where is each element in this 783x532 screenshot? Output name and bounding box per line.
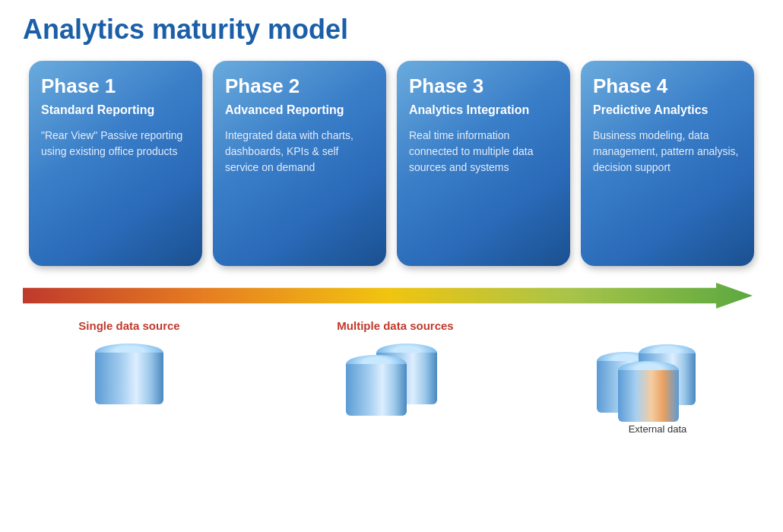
single-cylinder [95,344,163,404]
phase-4-number: Phase 4 [593,74,742,98]
multiple-source-group: Multiple data sources [224,319,566,435]
single-source-label: Single data source [78,319,179,332]
double-cylinder [346,344,445,412]
phases-container: Phase 1 Standard Reporting "Rear View" P… [0,53,783,274]
cyl-front-main [618,361,679,422]
phase-2-number: Phase 2 [225,74,374,98]
phase-4-desc: Business modeling, data management, patt… [593,128,742,176]
phase-2-name: Advanced Reporting [225,103,374,119]
cyl-body-single [95,353,163,404]
phase-card-1: Phase 1 Standard Reporting "Rear View" P… [29,61,202,266]
phase-card-3: Phase 3 Analytics Integration Real time … [397,61,570,266]
arrow-section [0,274,783,315]
external-source-group: External data [566,319,749,435]
phase-1-name: Standard Reporting [41,103,190,119]
data-sources-row: Single data source Multiple data sources [27,319,756,435]
single-source-group: Single data source [34,319,224,435]
phase-card-2: Phase 2 Advanced Reporting Integrated da… [213,61,386,266]
cyl-front [346,355,407,408]
phase-2-desc: Integrated data with charts, dashboards,… [225,128,374,176]
data-sources-section: Single data source Multiple data sources [0,315,783,435]
phase-1-desc: "Rear View" Passive reporting using exis… [41,128,190,160]
arrow-body [23,283,753,309]
phase-3-number: Phase 3 [409,74,558,98]
multiple-source-label: Multiple data sources [337,319,453,332]
phase-1-number: Phase 1 [41,74,190,98]
cyl-body-main [618,370,679,422]
phase-card-4: Phase 4 Predictive Analytics Business mo… [581,61,754,266]
maturity-arrow [23,283,753,309]
phase-3-name: Analytics Integration [409,103,558,119]
phase-4-name: Predictive Analytics [593,103,742,119]
external-label: External data [629,423,687,435]
cyl-body-front [346,364,407,416]
phase-3-desc: Real time information connected to multi… [409,128,558,176]
page-title: Analytics maturity model [0,0,783,53]
triple-cylinder [597,344,718,420]
